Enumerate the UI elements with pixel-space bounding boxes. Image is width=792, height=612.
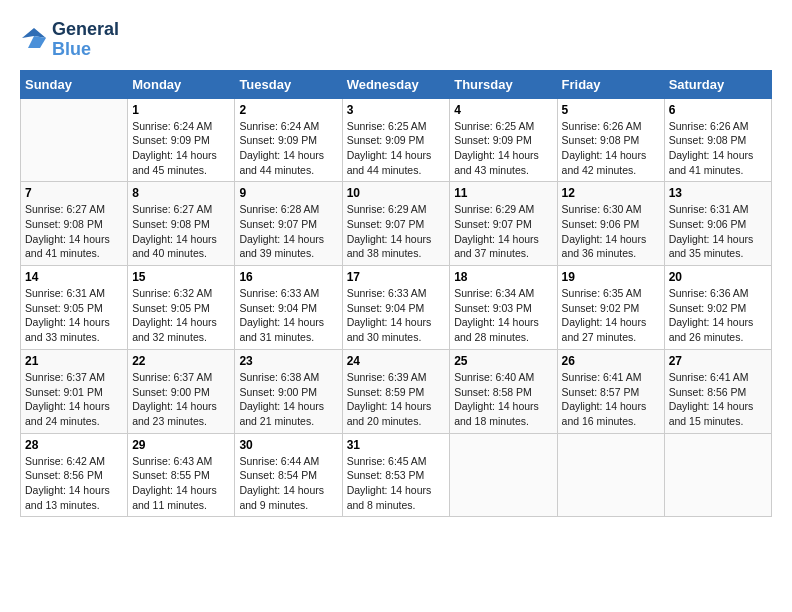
- calendar-cell: 9Sunrise: 6:28 AM Sunset: 9:07 PM Daylig…: [235, 182, 342, 266]
- calendar-week-row: 1Sunrise: 6:24 AM Sunset: 9:09 PM Daylig…: [21, 98, 772, 182]
- day-number: 26: [562, 354, 660, 368]
- calendar-cell: 23Sunrise: 6:38 AM Sunset: 9:00 PM Dayli…: [235, 349, 342, 433]
- day-info: Sunrise: 6:38 AM Sunset: 9:00 PM Dayligh…: [239, 370, 337, 429]
- logo-icon: [20, 26, 48, 54]
- calendar-cell: 19Sunrise: 6:35 AM Sunset: 9:02 PM Dayli…: [557, 266, 664, 350]
- calendar-cell: 18Sunrise: 6:34 AM Sunset: 9:03 PM Dayli…: [450, 266, 557, 350]
- calendar-cell: 21Sunrise: 6:37 AM Sunset: 9:01 PM Dayli…: [21, 349, 128, 433]
- day-number: 20: [669, 270, 767, 284]
- calendar-cell: 27Sunrise: 6:41 AM Sunset: 8:56 PM Dayli…: [664, 349, 771, 433]
- day-info: Sunrise: 6:43 AM Sunset: 8:55 PM Dayligh…: [132, 454, 230, 513]
- day-info: Sunrise: 6:37 AM Sunset: 9:01 PM Dayligh…: [25, 370, 123, 429]
- day-number: 4: [454, 103, 552, 117]
- calendar-cell: 12Sunrise: 6:30 AM Sunset: 9:06 PM Dayli…: [557, 182, 664, 266]
- calendar-cell: 6Sunrise: 6:26 AM Sunset: 9:08 PM Daylig…: [664, 98, 771, 182]
- day-number: 18: [454, 270, 552, 284]
- day-info: Sunrise: 6:40 AM Sunset: 8:58 PM Dayligh…: [454, 370, 552, 429]
- calendar-cell: [450, 433, 557, 517]
- calendar-cell: 31Sunrise: 6:45 AM Sunset: 8:53 PM Dayli…: [342, 433, 450, 517]
- day-header-wednesday: Wednesday: [342, 70, 450, 98]
- day-number: 23: [239, 354, 337, 368]
- day-info: Sunrise: 6:29 AM Sunset: 9:07 PM Dayligh…: [347, 202, 446, 261]
- day-number: 30: [239, 438, 337, 452]
- calendar-week-row: 14Sunrise: 6:31 AM Sunset: 9:05 PM Dayli…: [21, 266, 772, 350]
- day-number: 22: [132, 354, 230, 368]
- day-number: 25: [454, 354, 552, 368]
- day-number: 11: [454, 186, 552, 200]
- day-info: Sunrise: 6:25 AM Sunset: 9:09 PM Dayligh…: [347, 119, 446, 178]
- calendar-cell: [664, 433, 771, 517]
- day-info: Sunrise: 6:26 AM Sunset: 9:08 PM Dayligh…: [669, 119, 767, 178]
- day-number: 19: [562, 270, 660, 284]
- calendar-cell: [21, 98, 128, 182]
- calendar-cell: 25Sunrise: 6:40 AM Sunset: 8:58 PM Dayli…: [450, 349, 557, 433]
- calendar-week-row: 21Sunrise: 6:37 AM Sunset: 9:01 PM Dayli…: [21, 349, 772, 433]
- day-info: Sunrise: 6:35 AM Sunset: 9:02 PM Dayligh…: [562, 286, 660, 345]
- calendar-cell: 16Sunrise: 6:33 AM Sunset: 9:04 PM Dayli…: [235, 266, 342, 350]
- calendar-cell: 10Sunrise: 6:29 AM Sunset: 9:07 PM Dayli…: [342, 182, 450, 266]
- day-number: 2: [239, 103, 337, 117]
- day-info: Sunrise: 6:32 AM Sunset: 9:05 PM Dayligh…: [132, 286, 230, 345]
- calendar-header-row: SundayMondayTuesdayWednesdayThursdayFrid…: [21, 70, 772, 98]
- calendar-week-row: 28Sunrise: 6:42 AM Sunset: 8:56 PM Dayli…: [21, 433, 772, 517]
- calendar-cell: 22Sunrise: 6:37 AM Sunset: 9:00 PM Dayli…: [128, 349, 235, 433]
- day-header-monday: Monday: [128, 70, 235, 98]
- page-header: General Blue: [20, 20, 772, 60]
- calendar-cell: 11Sunrise: 6:29 AM Sunset: 9:07 PM Dayli…: [450, 182, 557, 266]
- calendar-cell: 13Sunrise: 6:31 AM Sunset: 9:06 PM Dayli…: [664, 182, 771, 266]
- day-number: 24: [347, 354, 446, 368]
- day-info: Sunrise: 6:42 AM Sunset: 8:56 PM Dayligh…: [25, 454, 123, 513]
- day-number: 12: [562, 186, 660, 200]
- svg-marker-1: [28, 36, 46, 48]
- day-info: Sunrise: 6:31 AM Sunset: 9:05 PM Dayligh…: [25, 286, 123, 345]
- day-number: 28: [25, 438, 123, 452]
- calendar-cell: 3Sunrise: 6:25 AM Sunset: 9:09 PM Daylig…: [342, 98, 450, 182]
- day-number: 14: [25, 270, 123, 284]
- day-number: 9: [239, 186, 337, 200]
- day-number: 13: [669, 186, 767, 200]
- day-info: Sunrise: 6:34 AM Sunset: 9:03 PM Dayligh…: [454, 286, 552, 345]
- day-info: Sunrise: 6:24 AM Sunset: 9:09 PM Dayligh…: [132, 119, 230, 178]
- calendar-cell: 29Sunrise: 6:43 AM Sunset: 8:55 PM Dayli…: [128, 433, 235, 517]
- day-info: Sunrise: 6:33 AM Sunset: 9:04 PM Dayligh…: [239, 286, 337, 345]
- day-number: 3: [347, 103, 446, 117]
- day-header-sunday: Sunday: [21, 70, 128, 98]
- logo-text: General Blue: [52, 20, 119, 60]
- day-info: Sunrise: 6:29 AM Sunset: 9:07 PM Dayligh…: [454, 202, 552, 261]
- day-number: 29: [132, 438, 230, 452]
- calendar-cell: 1Sunrise: 6:24 AM Sunset: 9:09 PM Daylig…: [128, 98, 235, 182]
- day-number: 5: [562, 103, 660, 117]
- calendar-cell: 15Sunrise: 6:32 AM Sunset: 9:05 PM Dayli…: [128, 266, 235, 350]
- day-number: 7: [25, 186, 123, 200]
- day-info: Sunrise: 6:27 AM Sunset: 9:08 PM Dayligh…: [132, 202, 230, 261]
- calendar-cell: 2Sunrise: 6:24 AM Sunset: 9:09 PM Daylig…: [235, 98, 342, 182]
- day-number: 21: [25, 354, 123, 368]
- day-info: Sunrise: 6:31 AM Sunset: 9:06 PM Dayligh…: [669, 202, 767, 261]
- day-info: Sunrise: 6:41 AM Sunset: 8:56 PM Dayligh…: [669, 370, 767, 429]
- day-info: Sunrise: 6:41 AM Sunset: 8:57 PM Dayligh…: [562, 370, 660, 429]
- day-number: 10: [347, 186, 446, 200]
- calendar-cell: 30Sunrise: 6:44 AM Sunset: 8:54 PM Dayli…: [235, 433, 342, 517]
- day-info: Sunrise: 6:39 AM Sunset: 8:59 PM Dayligh…: [347, 370, 446, 429]
- calendar-cell: 17Sunrise: 6:33 AM Sunset: 9:04 PM Dayli…: [342, 266, 450, 350]
- day-info: Sunrise: 6:36 AM Sunset: 9:02 PM Dayligh…: [669, 286, 767, 345]
- day-number: 31: [347, 438, 446, 452]
- day-header-thursday: Thursday: [450, 70, 557, 98]
- day-info: Sunrise: 6:28 AM Sunset: 9:07 PM Dayligh…: [239, 202, 337, 261]
- day-number: 16: [239, 270, 337, 284]
- calendar-cell: 26Sunrise: 6:41 AM Sunset: 8:57 PM Dayli…: [557, 349, 664, 433]
- day-info: Sunrise: 6:30 AM Sunset: 9:06 PM Dayligh…: [562, 202, 660, 261]
- day-number: 15: [132, 270, 230, 284]
- day-info: Sunrise: 6:27 AM Sunset: 9:08 PM Dayligh…: [25, 202, 123, 261]
- day-info: Sunrise: 6:24 AM Sunset: 9:09 PM Dayligh…: [239, 119, 337, 178]
- day-number: 27: [669, 354, 767, 368]
- day-number: 8: [132, 186, 230, 200]
- calendar-cell: [557, 433, 664, 517]
- day-header-friday: Friday: [557, 70, 664, 98]
- calendar-cell: 14Sunrise: 6:31 AM Sunset: 9:05 PM Dayli…: [21, 266, 128, 350]
- calendar-table: SundayMondayTuesdayWednesdayThursdayFrid…: [20, 70, 772, 518]
- calendar-cell: 4Sunrise: 6:25 AM Sunset: 9:09 PM Daylig…: [450, 98, 557, 182]
- day-info: Sunrise: 6:25 AM Sunset: 9:09 PM Dayligh…: [454, 119, 552, 178]
- calendar-cell: 5Sunrise: 6:26 AM Sunset: 9:08 PM Daylig…: [557, 98, 664, 182]
- day-info: Sunrise: 6:26 AM Sunset: 9:08 PM Dayligh…: [562, 119, 660, 178]
